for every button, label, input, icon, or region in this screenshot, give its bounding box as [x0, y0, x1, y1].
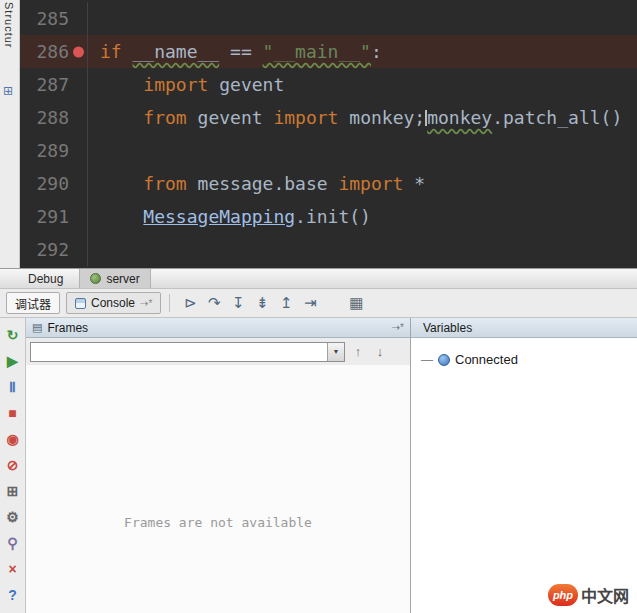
view-breakpoints-icon[interactable]: ◉ — [0, 426, 25, 452]
debug-session-tab-label: server — [106, 272, 139, 286]
debug-actions-bar: ↻▶Ⅱ■◉⊘⊞⚙⚲×? — [0, 318, 26, 613]
mute-breakpoints-icon[interactable]: ⊘ — [0, 452, 25, 478]
line-number[interactable]: 287 — [20, 68, 88, 101]
resume-icon[interactable]: ▶ — [0, 348, 25, 374]
token: message.base — [187, 173, 339, 194]
run-to-cursor-icon[interactable]: ⇥ — [298, 294, 322, 312]
variables-panel: Variables — Connected php 中文网 — [411, 318, 637, 613]
token: if — [100, 41, 133, 62]
settings-icon[interactable]: ⚙ — [0, 504, 25, 530]
frame-down-button[interactable]: ↓ — [371, 342, 389, 362]
tab-console-label: Console — [91, 296, 135, 310]
watermark-text: 中文网 — [581, 583, 629, 607]
token — [100, 173, 143, 194]
variables-content: — Connected php 中文网 — [411, 338, 637, 613]
rerun-icon[interactable]: ↻ — [0, 322, 25, 348]
pin-icon[interactable]: ⚲ — [0, 530, 25, 556]
code-text — [88, 2, 100, 35]
step-over-icon[interactable]: ↷ — [202, 294, 226, 312]
layout-settings-icon[interactable]: ▦ — [344, 294, 368, 312]
token: import — [273, 107, 338, 128]
thread-dropdown[interactable]: ▼ — [30, 342, 345, 362]
token: import — [338, 173, 403, 194]
token: MessageMapping — [143, 206, 295, 227]
frames-pin-icon[interactable]: ⇢* — [392, 322, 404, 333]
code-editor[interactable]: 285286if __name__ == "__main__":287 impo… — [20, 0, 637, 268]
tab-debugger[interactable]: 调试器 — [6, 292, 60, 314]
tree-handle: — — [421, 353, 433, 367]
debug-panel-title: Debug — [28, 272, 63, 286]
structure-tool-button[interactable]: Structur — [3, 2, 15, 49]
token: == — [219, 41, 262, 62]
run-config-icon — [90, 273, 101, 284]
code-text: from gevent import monkey;monkey.patch_a… — [88, 101, 622, 134]
step-out-icon[interactable]: ↥ — [274, 294, 298, 312]
editor-area: Structur ⊞ 285286if __name__ == "__main_… — [0, 0, 637, 268]
debug-session-tab[interactable]: server — [79, 269, 150, 288]
help-icon[interactable]: ? — [0, 582, 25, 608]
watermark: php 中文网 — [548, 583, 629, 607]
frames-title: Frames — [47, 321, 88, 335]
restore-layout-icon[interactable]: ⊞ — [0, 478, 25, 504]
editor-lines: 285286if __name__ == "__main__":287 impo… — [20, 2, 637, 266]
thread-dropdown-value — [31, 343, 327, 361]
code-text: from message.base import * — [88, 167, 425, 200]
breakpoint-dot[interactable] — [73, 46, 84, 57]
dropdown-arrow-icon[interactable]: ▼ — [327, 343, 344, 361]
line-number[interactable]: 286 — [20, 35, 88, 68]
step-toolbar: ⊳↷↧⇟↥⇥ — [178, 294, 322, 312]
frames-empty-message: Frames are not available — [26, 365, 410, 613]
tab-console[interactable]: Console ⇢* — [66, 292, 161, 314]
line-number[interactable]: 292 — [20, 233, 88, 266]
connected-info-icon — [438, 354, 450, 366]
variables-title: Variables — [423, 321, 472, 335]
code-line-289[interactable]: 289 — [20, 134, 637, 167]
close-icon[interactable]: × — [0, 556, 25, 582]
pause-icon[interactable]: Ⅱ — [0, 374, 25, 400]
token: monkey — [427, 107, 492, 128]
line-number[interactable]: 285 — [20, 2, 88, 35]
tab-overflow-icon[interactable]: ⇢* — [140, 298, 152, 309]
token: : — [371, 41, 382, 62]
line-number[interactable]: 290 — [20, 167, 88, 200]
show-execution-point-icon[interactable]: ⊳ — [178, 294, 202, 312]
code-line-287[interactable]: 287 import gevent — [20, 68, 637, 101]
left-tool-stripe: Structur ⊞ — [0, 0, 20, 268]
code-text — [88, 134, 100, 167]
code-text: if __name__ == "__main__": — [88, 35, 382, 68]
frame-up-button[interactable]: ↑ — [349, 342, 367, 362]
code-text — [88, 233, 100, 266]
tab-debugger-label: 调试器 — [15, 295, 51, 312]
code-text: import gevent — [88, 68, 284, 101]
debug-main-area: ↻▶Ⅱ■◉⊘⊞⚙⚲×? ▤ Frames ⇢* ▼ ↑ ↓ Frames are… — [0, 318, 637, 613]
force-step-into-icon[interactable]: ⇟ — [250, 294, 274, 312]
token: from — [143, 173, 186, 194]
code-line-288[interactable]: 288 from gevent import monkey;monkey.pat… — [20, 101, 637, 134]
variables-root-node[interactable]: — Connected — [421, 352, 637, 367]
code-line-290[interactable]: 290 from message.base import * — [20, 167, 637, 200]
token: gevent — [208, 74, 284, 95]
line-number[interactable]: 291 — [20, 200, 88, 233]
line-number[interactable]: 289 — [20, 134, 88, 167]
token: __name__ — [133, 41, 220, 62]
token: import — [143, 74, 208, 95]
step-into-icon[interactable]: ↧ — [226, 294, 250, 312]
token: .patch_all() — [492, 107, 622, 128]
code-line-285[interactable]: 285 — [20, 2, 637, 35]
tool-window-icon[interactable]: ⊞ — [3, 84, 13, 98]
debug-toolbar: 调试器 Console ⇢* ⊳↷↧⇟↥⇥ ▦ — [0, 289, 637, 318]
stop-icon[interactable]: ■ — [0, 400, 25, 426]
code-line-291[interactable]: 291 MessageMapping.init() — [20, 200, 637, 233]
code-text: MessageMapping.init() — [88, 200, 371, 233]
connected-label: Connected — [455, 352, 518, 367]
variables-header: Variables — [411, 318, 637, 338]
ide-window: Structur ⊞ 285286if __name__ == "__main_… — [0, 0, 637, 613]
token — [100, 206, 143, 227]
token: "__main__" — [263, 41, 371, 62]
code-line-292[interactable]: 292 — [20, 233, 637, 266]
token: * — [403, 173, 425, 194]
line-number[interactable]: 288 — [20, 101, 88, 134]
console-icon — [75, 298, 86, 309]
code-line-286[interactable]: 286if __name__ == "__main__": — [20, 35, 637, 68]
frames-toolbar: ▼ ↑ ↓ — [26, 338, 410, 365]
